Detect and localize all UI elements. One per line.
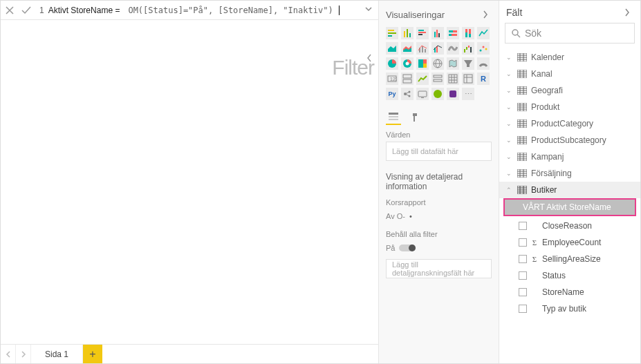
formula-expression[interactable]: OM([Status]="På", [StoreName], "Inaktiv"… [128, 6, 333, 15]
collapse-fields-icon[interactable] [624, 8, 633, 17]
viz-filled-map-icon[interactable] [447, 57, 459, 70]
table-kampanj[interactable]: ⌄ Kampanj [499, 149, 640, 165]
viz-r-icon[interactable]: R [477, 73, 490, 85]
keepfilters-toggle[interactable]: På [386, 244, 492, 252]
next-page-button[interactable] [16, 345, 31, 363]
checkbox-icon[interactable] [519, 271, 527, 280]
chevron-down-icon: ⌄ [506, 54, 513, 61]
checkbox-icon[interactable] [519, 222, 527, 230]
fields-pane: Fält Sök ⌄ Kalender ⌄ Kanal ⌄ Geo [499, 1, 640, 363]
viz-clustered-column-icon[interactable] [431, 27, 444, 39]
field-employeecount[interactable]: Σ EmployeeCount [499, 234, 640, 251]
viz-donut-icon[interactable] [401, 57, 414, 70]
commit-formula-icon[interactable] [20, 4, 32, 17]
field-storename[interactable]: StoreName [499, 284, 640, 300]
sigma-icon: Σ [531, 238, 538, 247]
chevron-down-icon: ⌄ [506, 170, 513, 177]
viz-100stacked-column-icon[interactable] [462, 27, 474, 39]
viz-100stacked-bar-icon[interactable] [447, 27, 459, 39]
viz-arcgis-icon[interactable] [447, 88, 459, 100]
field-status[interactable]: Status [499, 267, 640, 284]
viz-multirow-card-icon[interactable] [401, 73, 414, 85]
field-aktivt-storename[interactable]: VÅRT Aktivt StoreName [503, 198, 636, 216]
chevron-down-icon: ⌄ [506, 104, 513, 111]
svg-rect-9 [434, 32, 436, 37]
field-typavbutik[interactable]: Typ av butik [499, 300, 640, 317]
svg-rect-56 [389, 119, 398, 120]
table-produkt[interactable]: ⌄ Produkt [499, 99, 640, 115]
table-kanal[interactable]: ⌄ Kanal [499, 66, 640, 82]
table-kalender[interactable]: ⌄ Kalender [499, 49, 640, 66]
formula-bar: 1 Aktivt StoreName = OM([Status]="På", [… [1, 1, 378, 20]
table-productsubcategory[interactable]: ⌄ ProductSubcategory [499, 132, 640, 149]
viz-clustered-bar-icon[interactable] [416, 27, 429, 39]
viz-slicer-icon[interactable] [431, 73, 444, 85]
field-label: SellingAreaSize [542, 254, 601, 264]
values-label: Värden [386, 131, 492, 139]
viz-map-icon[interactable] [431, 57, 444, 70]
add-page-button[interactable]: + [83, 345, 102, 363]
field-label: StoreName [542, 287, 584, 297]
viz-import-icon[interactable]: ⋯ [462, 88, 474, 100]
values-well[interactable]: Lägg till datafält här [386, 142, 492, 161]
viz-line-icon[interactable] [477, 27, 490, 39]
viz-qa-icon[interactable] [431, 88, 444, 100]
svg-rect-17 [465, 29, 467, 32]
viz-treemap-icon[interactable] [416, 57, 429, 70]
prev-page-button[interactable] [1, 345, 16, 363]
viz-key-influencers-icon[interactable] [401, 88, 414, 100]
svg-rect-22 [425, 49, 426, 52]
viz-line-column-icon[interactable] [416, 42, 429, 55]
viz-decotree-icon[interactable] [416, 88, 429, 100]
cancel-formula-icon[interactable] [3, 4, 16, 17]
viz-pie-icon[interactable] [386, 57, 398, 70]
viz-table-icon[interactable] [447, 73, 459, 85]
checkbox-icon[interactable] [519, 238, 527, 247]
viz-kpi-icon[interactable] [416, 73, 429, 85]
viz-scatter-icon[interactable] [477, 42, 490, 55]
drill-well[interactable]: Lägg till detaljgranskningsfält här [386, 259, 492, 278]
viz-waterfall-icon[interactable] [462, 42, 474, 55]
viz-stacked-column-icon[interactable] [401, 27, 414, 39]
svg-rect-7 [418, 32, 426, 33]
table-forsaljning[interactable]: ⌄ Försäljning [499, 165, 640, 182]
table-geografi[interactable]: ⌄ Geografi [499, 82, 640, 99]
field-closereason[interactable]: CloseReason [499, 218, 640, 234]
viz-area-icon[interactable] [386, 42, 398, 55]
svg-rect-41 [403, 75, 411, 78]
format-tab-icon[interactable] [408, 110, 423, 125]
checkbox-icon[interactable] [519, 255, 527, 263]
viz-matrix-icon[interactable] [462, 73, 474, 85]
viz-gauge-icon[interactable] [477, 57, 490, 70]
svg-text:123: 123 [390, 77, 397, 82]
viz-ribbon-icon[interactable] [447, 42, 459, 55]
field-label: Status [542, 271, 566, 280]
viz-stacked-area-icon[interactable] [401, 42, 414, 55]
svg-rect-27 [468, 46, 470, 48]
viz-funnel-icon[interactable] [462, 57, 474, 70]
table-icon [517, 186, 527, 194]
field-sellingareasize[interactable]: Σ SellingAreaSize [499, 251, 640, 267]
page-tab[interactable]: Sida 1 [31, 345, 83, 363]
viz-line-clustcol-icon[interactable] [431, 42, 444, 55]
formula-expand-icon[interactable] [364, 5, 375, 16]
svg-rect-45 [449, 75, 457, 83]
viz-card-icon[interactable]: 123 [386, 73, 398, 85]
checkbox-icon[interactable] [519, 305, 527, 313]
crossreport-toggle[interactable]: Av O- • [386, 212, 492, 220]
viz-py-icon[interactable]: Py [386, 88, 398, 100]
viz-stacked-bar-icon[interactable] [386, 27, 398, 39]
report-canvas[interactable]: Filter [1, 20, 378, 344]
visualizations-pane: Visualiseringar [379, 1, 499, 363]
formula-measure-name[interactable]: Aktivt StoreName = [48, 6, 120, 15]
table-butiker[interactable]: ⌃ Butiker [499, 182, 640, 198]
collapse-viz-icon[interactable] [482, 10, 492, 19]
checkbox-icon[interactable] [519, 288, 527, 296]
keepfilters-value: På [386, 244, 395, 252]
fields-search-input[interactable]: Sök [505, 23, 635, 44]
drillthrough-label: Visning av detaljerad information [386, 172, 492, 191]
table-productcategory[interactable]: ⌄ ProductCategory [499, 115, 640, 132]
fields-tab-icon[interactable] [386, 110, 401, 125]
svg-rect-5 [409, 33, 411, 37]
svg-rect-19 [469, 29, 471, 34]
